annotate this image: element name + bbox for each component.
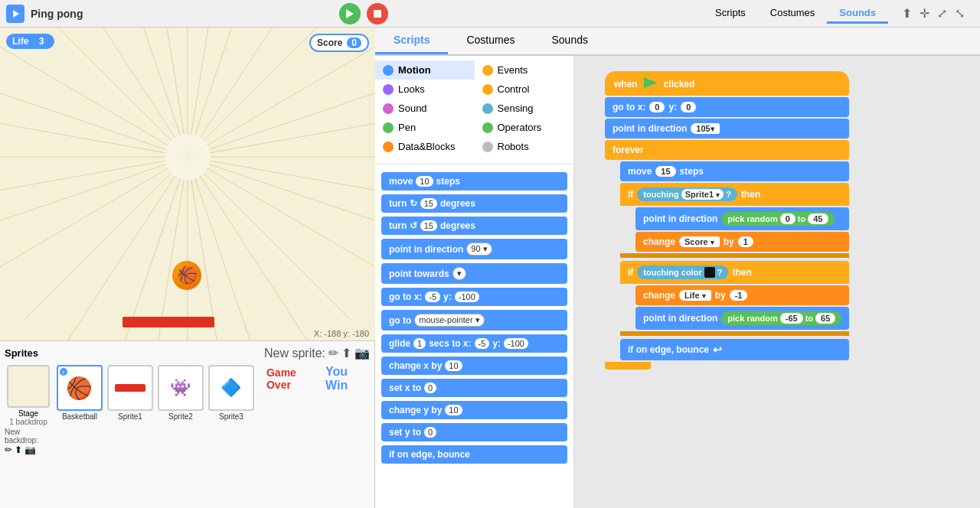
paint-sprite-button[interactable]: ✏ bbox=[328, 346, 338, 360]
touching-color-block[interactable]: touching color ? bbox=[637, 265, 728, 279]
block-goto-xy[interactable]: go to x: -5 y: -100 bbox=[381, 288, 567, 306]
sprite-item-sprite2[interactable]: 👾 Sprite2 bbox=[158, 365, 204, 421]
move-steps-block[interactable]: move 15 steps bbox=[620, 161, 849, 181]
block-set-y[interactable]: set y to 0 bbox=[381, 423, 567, 441]
basketball-label: Basketball bbox=[62, 412, 97, 421]
block-point-dir-input[interactable]: 90 ▾ bbox=[466, 243, 492, 256]
category-list: Motion Looks Sound bbox=[375, 56, 573, 161]
tab-sounds[interactable]: Sounds bbox=[827, 4, 888, 24]
pick-random1-from[interactable]: 0 bbox=[780, 213, 795, 224]
svg-line-13 bbox=[0, 84, 188, 157]
category-sound[interactable]: Sound bbox=[375, 99, 475, 118]
edge-bounce-block[interactable]: if on edge, bounce ↩ bbox=[620, 339, 849, 360]
pick-random2-block[interactable]: pick random -65 to 65 bbox=[721, 311, 841, 325]
red-stop-button[interactable] bbox=[367, 3, 388, 24]
tab-sounds-main[interactable]: Sounds bbox=[534, 28, 606, 54]
category-events[interactable]: Events bbox=[475, 60, 574, 80]
stage-thumbnail[interactable]: Stage 1 backdrop New backdrop: ✏ ⬆ 📷 bbox=[5, 365, 52, 455]
category-control[interactable]: Control bbox=[475, 80, 574, 99]
forever-block[interactable]: forever bbox=[605, 140, 849, 160]
goto-y-val[interactable]: 0 bbox=[681, 102, 696, 112]
shrink-icon[interactable]: ⤡ bbox=[955, 6, 965, 21]
category-sensing[interactable]: Sensing bbox=[475, 99, 574, 118]
block-change-y[interactable]: change y by 10 bbox=[381, 401, 567, 419]
block-turn-ccw[interactable]: turn ↺ 15 degrees bbox=[381, 217, 567, 235]
score-by-val[interactable]: 1 bbox=[738, 236, 753, 247]
goto-xy-block[interactable]: go to x: 0 y: 0 bbox=[605, 97, 849, 117]
you-win-text: You Win bbox=[325, 365, 370, 392]
block-set-y-input[interactable]: 0 bbox=[424, 427, 436, 438]
point-random1-block[interactable]: point in direction pick random 0 to 45 bbox=[635, 207, 849, 230]
expand-icon[interactable]: ⤢ bbox=[937, 6, 947, 21]
block-glide[interactable]: glide 1 secs to x: -5 y: -100 bbox=[381, 334, 567, 353]
change-score-block[interactable]: change Score ▾ by 1 bbox=[635, 232, 849, 252]
upload-sprite-button[interactable]: ⬆ bbox=[341, 346, 351, 360]
tab-scripts-main[interactable]: Scripts bbox=[375, 28, 448, 54]
block-change-x[interactable]: change x by 10 bbox=[381, 357, 567, 375]
move-icon[interactable]: ✛ bbox=[920, 6, 929, 21]
block-goto-y-input[interactable]: -100 bbox=[455, 291, 479, 302]
when-flag-clicked-block[interactable]: when clicked bbox=[605, 71, 849, 96]
block-move[interactable]: move 10 steps bbox=[381, 172, 567, 190]
data-label: Data&Blocks bbox=[398, 141, 455, 152]
block-turn-ccw-input[interactable]: 15 bbox=[420, 220, 437, 231]
category-motion[interactable]: Motion bbox=[375, 60, 475, 80]
if-color-header[interactable]: if touching color ? then bbox=[620, 261, 849, 284]
arrow-icon: ↩ bbox=[713, 344, 722, 356]
upload-icon[interactable]: ⬆ bbox=[902, 6, 912, 21]
category-operators[interactable]: Operators bbox=[475, 118, 574, 137]
backdrop-count-label: 1 backdrop bbox=[9, 418, 47, 426]
block-point-direction[interactable]: point in direction 90 ▾ bbox=[381, 239, 567, 259]
sprite-item-basketball[interactable]: i 🏀 Basketball bbox=[57, 365, 103, 421]
upload-backdrop-button[interactable]: ⬆ bbox=[15, 444, 22, 455]
change-life-block[interactable]: change Life ▾ by -1 bbox=[635, 285, 849, 305]
camera-backdrop-button[interactable]: 📷 bbox=[24, 444, 36, 455]
tab-costumes[interactable]: Costumes bbox=[758, 4, 828, 24]
block-change-y-input[interactable]: 10 bbox=[445, 405, 462, 415]
touching-sprite1-block[interactable]: touching Sprite1 ▾ ? bbox=[637, 187, 737, 201]
block-point-towards[interactable]: point towards ▾ bbox=[381, 263, 567, 284]
block-goto-target[interactable]: go to mouse-pointer ▾ bbox=[381, 310, 567, 331]
block-goto-x-input[interactable]: -5 bbox=[425, 291, 440, 302]
blocks-palette: Motion Looks Sound bbox=[375, 56, 574, 508]
score-dropdown[interactable]: Score ▾ bbox=[679, 236, 720, 247]
block-change-x-input[interactable]: 10 bbox=[445, 360, 462, 371]
sprite-item-sprite3[interactable]: 🔷 Sprite3 bbox=[208, 365, 254, 421]
point-dir-val[interactable]: 105▾ bbox=[691, 123, 719, 134]
data-dot bbox=[383, 142, 394, 152]
green-flag-button[interactable] bbox=[339, 3, 361, 24]
block-turn-cw[interactable]: turn ↻ 15 degrees bbox=[381, 194, 567, 213]
pick-random1-to[interactable]: 45 bbox=[808, 213, 828, 224]
sprite-item-sprite1[interactable]: Sprite1 bbox=[107, 365, 153, 421]
camera-sprite-button[interactable]: 📷 bbox=[354, 346, 370, 360]
block-goto-target-input[interactable]: mouse-pointer ▾ bbox=[414, 314, 484, 327]
life-by-val[interactable]: -1 bbox=[730, 290, 748, 301]
block-edge-bounce[interactable]: if on edge, bounce bbox=[381, 445, 567, 464]
if-sprite1-header[interactable]: if touching Sprite1 ▾ ? then bbox=[620, 183, 849, 206]
touching-sprite1-dropdown[interactable]: Sprite1 ▾ bbox=[681, 189, 724, 200]
block-move-input[interactable]: 10 bbox=[416, 176, 433, 187]
tab-costumes-main[interactable]: Costumes bbox=[448, 28, 533, 54]
block-set-x[interactable]: set x to 0 bbox=[381, 379, 567, 397]
color-swatch[interactable] bbox=[704, 267, 715, 278]
block-set-x-input[interactable]: 0 bbox=[424, 383, 436, 393]
category-looks[interactable]: Looks bbox=[375, 80, 475, 99]
move-val[interactable]: 15 bbox=[655, 166, 675, 177]
goto-x-val[interactable]: 0 bbox=[649, 102, 665, 112]
paint-backdrop-button[interactable]: ✏ bbox=[5, 444, 12, 455]
category-robots[interactable]: Robots bbox=[475, 137, 574, 156]
category-pen[interactable]: Pen bbox=[375, 118, 475, 137]
pick-random1-block[interactable]: pick random 0 to 45 bbox=[721, 212, 834, 226]
pick-random2-to[interactable]: 65 bbox=[815, 313, 835, 324]
point-direction-block[interactable]: point in direction 105▾ bbox=[605, 119, 849, 138]
tab-scripts[interactable]: Scripts bbox=[703, 4, 758, 24]
life-dropdown[interactable]: Life ▾ bbox=[679, 290, 711, 301]
block-glide-x[interactable]: -5 bbox=[475, 338, 490, 349]
category-data-blocks[interactable]: Data&Blocks bbox=[375, 137, 475, 156]
block-turn-cw-input[interactable]: 15 bbox=[420, 198, 437, 209]
block-point-towards-input[interactable]: ▾ bbox=[452, 267, 466, 280]
block-glide-y[interactable]: -100 bbox=[504, 338, 528, 349]
block-glide-secs[interactable]: 1 bbox=[413, 338, 426, 349]
point-random2-block[interactable]: point in direction pick random -65 to 65 bbox=[635, 307, 849, 330]
pick-random2-from[interactable]: -65 bbox=[780, 313, 803, 324]
